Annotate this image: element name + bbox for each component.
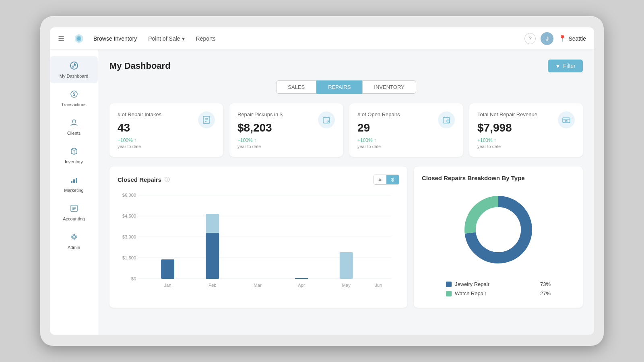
stat-repair-intakes-ytd: year to date — [118, 144, 161, 149]
help-button[interactable]: ? — [524, 33, 536, 44]
stat-net-revenue-icon — [558, 111, 575, 128]
tab-inventory[interactable]: INVENTORY — [362, 80, 416, 94]
legend-dot-watch — [446, 291, 452, 296]
svg-point-26 — [566, 120, 567, 122]
hamburger-icon[interactable]: ☰ — [58, 34, 64, 43]
stat-repair-intakes-icon — [198, 111, 215, 128]
stat-open-repairs-change: +100% ↑ — [357, 138, 400, 143]
stat-repair-intakes-change: +100% ↑ — [118, 138, 161, 143]
sidebar-item-clients[interactable]: Clients — [50, 113, 98, 140]
tab-sales[interactable]: SALES — [276, 80, 316, 94]
stat-repair-intakes-value: 43 — [118, 121, 161, 134]
dashboard-icon — [70, 61, 78, 72]
page-header: My Dashboard ▼ Filter — [109, 60, 583, 72]
stat-repair-pickups-icon: ↗ — [318, 111, 335, 128]
donut-chart-card: Closed Repairs Breakdown By Type — [414, 167, 583, 308]
chart-toggle: # $ — [374, 175, 399, 185]
location-selector[interactable]: 📍 Seattle — [558, 35, 586, 42]
app-window: ☰ Browse Inventory Point of Sale ▾ Repor… — [50, 27, 594, 335]
svg-text:Jun: Jun — [375, 283, 382, 288]
sidebar-item-admin-label: Admin — [68, 245, 80, 250]
stat-repair-pickups-change: +100% ↑ — [237, 138, 283, 143]
stat-repair-pickups-label: Repair Pickups in $ — [237, 111, 283, 117]
sidebar-item-inventory-label: Inventory — [65, 159, 83, 164]
sidebar-item-marketing-label: Marketing — [64, 188, 83, 193]
svg-text:May: May — [342, 283, 351, 288]
location-pin-icon: 📍 — [558, 35, 566, 42]
stat-open-repairs-ytd: year to date — [357, 144, 400, 149]
svg-text:$0: $0 — [131, 276, 136, 281]
trend-up-icon: ↑ — [374, 138, 376, 143]
sidebar-item-inventory[interactable]: Inventory — [50, 142, 98, 169]
legend-label-jewelry: Jewelry Repair — [455, 281, 489, 287]
svg-rect-43 — [295, 278, 308, 279]
bar-chart-area: $6,000 $4,500 $3,000 $1,500 $0 Jan — [118, 191, 399, 296]
chart-title: Closed Repairs — [118, 176, 161, 183]
legend-pct-watch: 27% — [540, 290, 551, 296]
svg-text:$3,000: $3,000 — [122, 234, 136, 239]
svg-text:Feb: Feb — [208, 283, 217, 288]
top-nav: ☰ Browse Inventory Point of Sale ▾ Repor… — [50, 27, 594, 50]
sidebar-item-admin[interactable]: Admin — [50, 228, 98, 255]
sidebar-item-accounting[interactable]: Accounting — [50, 199, 98, 226]
clients-icon — [70, 118, 78, 129]
page-title: My Dashboard — [109, 61, 171, 71]
svg-text:Mar: Mar — [254, 283, 262, 288]
main-body: My Dashboard $ Transactions — [50, 50, 594, 335]
trend-up-icon: ↑ — [494, 138, 496, 143]
svg-text:$1,500: $1,500 — [122, 255, 136, 260]
avatar: J — [541, 32, 553, 45]
nav-reports[interactable]: Reports — [196, 35, 216, 42]
stat-card-net-revenue: Total Net Repair Revenue $7,998 +100% ↑ … — [469, 103, 583, 157]
svg-rect-40 — [206, 233, 219, 279]
legend-item-watch: Watch Repair 27% — [446, 290, 551, 296]
nav-right: ? J 📍 Seattle — [524, 32, 586, 45]
sidebar-item-dashboard[interactable]: My Dashboard — [50, 56, 98, 83]
filter-button[interactable]: ▼ Filter — [548, 60, 583, 72]
info-icon[interactable]: ⓘ — [165, 176, 170, 183]
sidebar-item-accounting-label: Accounting — [63, 216, 85, 221]
svg-text:$4,500: $4,500 — [122, 214, 136, 218]
app-logo — [72, 32, 85, 45]
filter-icon: ▼ — [555, 63, 561, 69]
bar-chart-svg: $6,000 $4,500 $3,000 $1,500 $0 Jan — [118, 191, 399, 296]
sidebar-item-transactions-label: Transactions — [61, 102, 87, 107]
nav-point-of-sale[interactable]: Point of Sale ▾ — [148, 35, 184, 42]
bottom-row: Closed Repairs ⓘ # $ — [109, 167, 583, 308]
sidebar-item-dashboard-label: My Dashboard — [60, 74, 89, 78]
stat-open-repairs-icon — [438, 111, 455, 128]
svg-rect-7 — [76, 178, 77, 183]
nav-browse-inventory[interactable]: Browse Inventory — [93, 35, 137, 42]
stat-net-revenue-value: $7,998 — [477, 121, 537, 134]
closed-repairs-chart-card: Closed Repairs ⓘ # $ — [109, 167, 407, 308]
stat-repair-intakes-label: # of Repair Intakes — [118, 111, 161, 117]
svg-text:Apr: Apr — [298, 283, 305, 288]
nav-links: Browse Inventory Point of Sale ▾ Reports — [93, 35, 516, 42]
svg-point-3 — [72, 120, 76, 123]
svg-point-50 — [476, 207, 521, 252]
svg-text:↗: ↗ — [327, 120, 329, 123]
svg-text:$: $ — [72, 92, 75, 97]
sidebar: My Dashboard $ Transactions — [50, 50, 98, 335]
tab-repairs[interactable]: REPAIRS — [316, 80, 362, 94]
sidebar-item-marketing[interactable]: Marketing — [50, 171, 98, 197]
stats-row: # of Repair Intakes 43 +100% ↑ year to d… — [109, 103, 583, 157]
stat-repair-pickups-value: $8,203 — [237, 121, 283, 134]
legend-label-watch: Watch Repair — [455, 290, 486, 296]
legend-item-jewelry: Jewelry Repair 73% — [446, 281, 551, 287]
sidebar-item-transactions[interactable]: $ Transactions — [50, 85, 98, 112]
stat-net-revenue-label: Total Net Repair Revenue — [477, 111, 537, 117]
donut-svg — [458, 189, 539, 270]
stat-open-repairs-label: # of Open Repairs — [357, 111, 400, 117]
stat-card-open-repairs: # of Open Repairs 29 +100% ↑ year to dat… — [349, 103, 463, 157]
sidebar-item-clients-label: Clients — [67, 131, 81, 136]
toggle-hash-button[interactable]: # — [374, 175, 386, 184]
svg-point-12 — [73, 236, 75, 238]
trend-up-icon: ↑ — [134, 138, 136, 143]
stat-net-revenue-change: +100% ↑ — [477, 138, 537, 143]
svg-text:Jan: Jan — [164, 283, 171, 288]
toggle-dollar-button[interactable]: $ — [386, 175, 399, 184]
svg-text:$6,000: $6,000 — [122, 193, 136, 197]
stat-card-repair-intakes: # of Repair Intakes 43 +100% ↑ year to d… — [109, 103, 223, 157]
svg-rect-37 — [161, 259, 174, 279]
